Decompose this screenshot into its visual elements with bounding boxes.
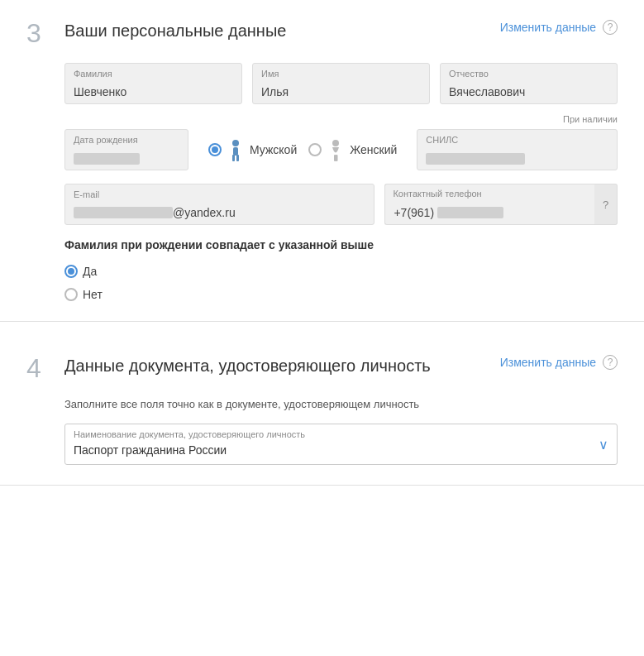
phone-prefix: +7(961): [394, 206, 434, 219]
section-4-title: Данные документа, удостоверяющего личнос…: [64, 355, 487, 376]
last-name-value: Шевченко: [74, 85, 126, 98]
dropdown-arrow-icon: ∨: [599, 437, 608, 452]
phone-number: [437, 207, 503, 218]
male-figure-icon: [227, 138, 245, 161]
optional-note: При наличии: [64, 114, 618, 124]
section-4-edit-link[interactable]: Изменить данные: [500, 356, 596, 369]
section-4-subtitle: Заполните все поля точно как в документе…: [64, 398, 618, 410]
svg-rect-3: [236, 155, 239, 161]
maiden-yes-label: Да: [83, 265, 97, 278]
section-4-content: Заполните все поля точно как в документе…: [64, 398, 618, 465]
maiden-radio-group: Да Нет: [64, 265, 618, 301]
email-field: E-mail @yandex.ru: [64, 184, 374, 225]
first-name-label: Имя: [261, 69, 279, 79]
email-phone-row: E-mail @yandex.ru Контактный телефон +7(…: [64, 184, 618, 225]
last-name-field: Фамилия Шевченко: [64, 63, 242, 104]
maiden-no-option[interactable]: Нет: [64, 288, 618, 301]
svg-rect-2: [232, 155, 235, 161]
first-name-box: Имя Илья: [252, 63, 430, 104]
snils-label: СНИЛС: [426, 135, 458, 145]
svg-point-4: [332, 140, 339, 146]
section-3-help-icon[interactable]: ?: [603, 20, 618, 35]
phone-value: +7(961): [394, 206, 503, 219]
email-box: E-mail @yandex.ru: [64, 184, 374, 225]
gender-female-radio[interactable]: [308, 143, 322, 156]
middle-name-box: Отчество Вячеславович: [440, 63, 618, 104]
section-3-number: 3: [26, 20, 51, 46]
email-value: @yandex.ru: [74, 206, 236, 219]
doc-type-dropdown[interactable]: Наименование документа, удостоверяющего …: [64, 424, 618, 465]
last-name-box: Фамилия Шевченко: [64, 63, 242, 104]
section-3-edit-link[interactable]: Изменить данные: [500, 21, 596, 34]
section-3: 3 Ваши персональные данные Изменить данн…: [0, 0, 644, 322]
svg-rect-6: [336, 155, 338, 161]
svg-point-0: [232, 140, 239, 146]
birth-date-box: Дата рождения: [64, 129, 188, 170]
first-name-field: Имя Илья: [252, 63, 430, 104]
maiden-title: Фамилия при рождении совпадает с указанн…: [64, 238, 618, 251]
phone-inner: Контактный телефон +7(961): [384, 184, 594, 225]
birth-date-value: [74, 153, 140, 165]
phone-wrapper: Контактный телефон +7(961) ?: [384, 184, 618, 225]
phone-field: Контактный телефон +7(961) ?: [384, 184, 618, 225]
maiden-no-radio[interactable]: [64, 288, 78, 301]
maiden-yes-option[interactable]: Да: [64, 265, 618, 278]
maiden-no-label: Нет: [83, 288, 103, 301]
gender-female-option[interactable]: Женский: [308, 138, 397, 161]
middle-name-value: Вячеславович: [449, 85, 525, 98]
middle-name-field: Отчество Вячеславович: [440, 63, 618, 104]
first-name-value: Илья: [261, 85, 289, 98]
section-4: 4 Данные документа, удостоверяющего личн…: [0, 335, 644, 486]
doc-type-label: Наименование документа, удостоверяющего …: [74, 429, 305, 439]
birth-date-field: Дата рождения: [64, 129, 188, 170]
email-label: E-mail: [74, 189, 99, 199]
phone-help-icon[interactable]: ?: [594, 184, 618, 225]
section-3-actions: Изменить данные ?: [500, 20, 618, 35]
birth-date-label: Дата рождения: [74, 135, 138, 145]
snils-box: СНИЛС: [417, 129, 618, 170]
gender-group: Мужской Женский: [198, 138, 407, 161]
phone-label: Контактный телефон: [393, 189, 481, 199]
snils-value: [426, 153, 525, 165]
maiden-name-section: Фамилия при рождении совпадает с указанн…: [64, 238, 618, 301]
gender-female-label: Женский: [350, 143, 397, 156]
section-4-actions: Изменить данные ?: [500, 355, 618, 370]
snils-field: СНИЛС: [417, 129, 618, 170]
section-4-help-icon[interactable]: ?: [603, 355, 618, 370]
name-fields-row: Фамилия Шевченко Имя Илья Отчество Вячес…: [64, 63, 618, 104]
svg-rect-1: [233, 147, 238, 156]
birth-gender-snils-row: Дата рождения Мужской: [64, 129, 618, 170]
section-3-title: Ваши персональные данные: [64, 20, 487, 41]
email-domain: @yandex.ru: [173, 206, 236, 219]
section-4-number: 4: [26, 355, 51, 381]
gender-male-radio[interactable]: [208, 143, 222, 156]
gender-male-option[interactable]: Мужской: [208, 138, 297, 161]
female-figure-icon: [327, 138, 345, 161]
gender-male-label: Мужской: [250, 143, 297, 156]
section-3-content: Фамилия Шевченко Имя Илья Отчество Вячес…: [64, 63, 618, 301]
middle-name-label: Отчество: [449, 69, 489, 79]
email-prefix: [74, 207, 173, 218]
maiden-yes-radio[interactable]: [64, 265, 78, 278]
last-name-label: Фамилия: [74, 69, 112, 79]
